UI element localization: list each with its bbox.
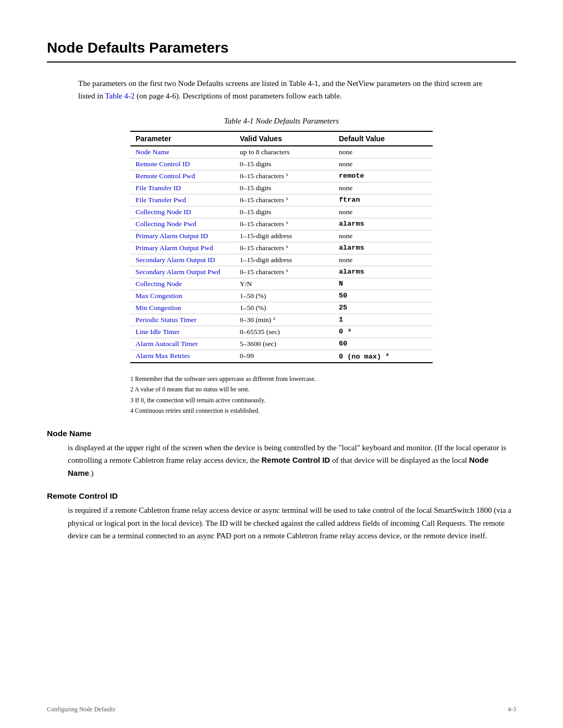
valid-values-cell: 1–50 (%) xyxy=(235,302,334,314)
param-name-cell: Alarm Max Retries xyxy=(130,350,235,363)
valid-values-cell: 5–3600 (sec) xyxy=(235,338,334,350)
param-name-cell: Collecting Node xyxy=(130,278,235,290)
table-row: Alarm Autocall Timer5–3600 (sec)60 xyxy=(130,338,433,350)
footer-right: 4-3 xyxy=(508,706,516,713)
valid-values-cell: 0–15 characters ¹ xyxy=(235,266,334,278)
default-value-cell: none xyxy=(334,146,433,158)
valid-values-cell: 0–30 (min) ² xyxy=(235,314,334,326)
table-row: Periodic Status Timer0–30 (min) ²1 xyxy=(130,314,433,326)
footnote: 2 A value of 0 means that no status will… xyxy=(130,384,433,394)
default-value-cell: alarms xyxy=(334,242,433,254)
param-name-cell: Alarm Autocall Timer xyxy=(130,338,235,350)
default-value-cell: alarms xyxy=(334,266,433,278)
table-row: Remote Control Pwd0–15 characters ¹remot… xyxy=(130,170,433,182)
footnotes: 1 Remember that the software sees upperc… xyxy=(130,374,433,416)
col-header-parameter: Parameter xyxy=(130,131,235,146)
param-name-cell: Primary Alarm Output Pwd xyxy=(130,242,235,254)
table-row: Max Congestion1–50 (%)50 xyxy=(130,290,433,302)
valid-values-cell: 0–15 digits xyxy=(235,206,334,218)
default-value-cell: none xyxy=(334,254,433,266)
table-row: Collecting NodeY/NN xyxy=(130,278,433,290)
valid-values-cell: 0–15 characters ¹ xyxy=(235,170,334,182)
footnote: 3 If 0, the connection will remain activ… xyxy=(130,395,433,405)
table-row: Remote Control ID0–15 digitsnone xyxy=(130,158,433,170)
section-body: is required if a remote Cabletron frame … xyxy=(68,504,516,542)
table-4-2-link[interactable]: Table 4-2 xyxy=(105,92,134,100)
valid-values-cell: 0–15 characters ¹ xyxy=(235,218,334,230)
param-name-cell: Collecting Node ID xyxy=(130,206,235,218)
default-value-cell: remote xyxy=(334,170,433,182)
valid-values-cell: 1–50 (%) xyxy=(235,290,334,302)
valid-values-cell: 1–15-digit address xyxy=(235,254,334,266)
default-value-cell: ftran xyxy=(334,194,433,206)
table-row: Alarm Max Retries0–990 (no max) ⁴ xyxy=(130,350,433,363)
valid-values-cell: 0–15 characters ¹ xyxy=(235,242,334,254)
param-name-cell: Min Congestion xyxy=(130,302,235,314)
valid-values-cell: up to 8 characters xyxy=(235,146,334,158)
param-name-cell: Remote Control Pwd xyxy=(130,170,235,182)
table-row: Secondary Alarm Output Pwd0–15 character… xyxy=(130,266,433,278)
parameters-table: Parameter Valid Values Default Value Nod… xyxy=(130,131,433,363)
section-heading: Remote Control ID xyxy=(47,491,516,501)
valid-values-cell: 1–15-digit address xyxy=(235,230,334,242)
intro-text-after-link: (on page 4-6). Descriptions of most para… xyxy=(134,92,341,100)
table-row: Primary Alarm Output ID1–15-digit addres… xyxy=(130,230,433,242)
table-row: Collecting Node ID0–15 digitsnone xyxy=(130,206,433,218)
table-row: Collecting Node Pwd0–15 characters ¹alar… xyxy=(130,218,433,230)
default-value-cell: 1 xyxy=(334,314,433,326)
table-row: Primary Alarm Output Pwd0–15 characters … xyxy=(130,242,433,254)
valid-values-cell: Y/N xyxy=(235,278,334,290)
default-value-cell: 60 xyxy=(334,338,433,350)
col-header-valid-values: Valid Values xyxy=(235,131,334,146)
param-name-cell: Collecting Node Pwd xyxy=(130,218,235,230)
default-value-cell: N xyxy=(334,278,433,290)
table-row: Secondary Alarm Output ID1–15-digit addr… xyxy=(130,254,433,266)
valid-values-cell: 0–15 digits xyxy=(235,182,334,194)
table-title: Table 4-1 Node Defaults Parameters xyxy=(47,117,516,126)
page-title: Node Defaults Parameters xyxy=(47,31,516,63)
default-value-cell: 0 ³ xyxy=(334,326,433,338)
table-row: File Transfer Pwd0–15 characters ¹ftran xyxy=(130,194,433,206)
intro-paragraph: The parameters on the first two Node Def… xyxy=(78,77,485,102)
param-name-cell: Secondary Alarm Output Pwd xyxy=(130,266,235,278)
valid-values-cell: 0–15 digits xyxy=(235,158,334,170)
footer-left: Configuring Node Defaults xyxy=(47,706,115,713)
default-value-cell: 25 xyxy=(334,302,433,314)
footnote: 4 Continuous retries until connection is… xyxy=(130,405,433,416)
table-row: File Transfer ID0–15 digitsnone xyxy=(130,182,433,194)
table-row: Min Congestion1–50 (%)25 xyxy=(130,302,433,314)
page: Node Defaults Parameters The parameters … xyxy=(0,0,563,728)
default-value-cell: alarms xyxy=(334,218,433,230)
table-row: Line Idle Timer0–65535 (sec)0 ³ xyxy=(130,326,433,338)
default-value-cell: 0 (no max) ⁴ xyxy=(334,350,433,363)
table-row: Node Nameup to 8 charactersnone xyxy=(130,146,433,158)
default-value-cell: none xyxy=(334,158,433,170)
valid-values-cell: 0–99 xyxy=(235,350,334,363)
col-header-default-value: Default Value xyxy=(334,131,433,146)
default-value-cell: 50 xyxy=(334,290,433,302)
param-name-cell: Periodic Status Timer xyxy=(130,314,235,326)
default-value-cell: none xyxy=(334,206,433,218)
param-name-cell: Max Congestion xyxy=(130,290,235,302)
param-name-cell: Secondary Alarm Output ID xyxy=(130,254,235,266)
param-name-cell: Primary Alarm Output ID xyxy=(130,230,235,242)
default-value-cell: none xyxy=(334,182,433,194)
section-body: is displayed at the upper right of the s… xyxy=(68,441,516,480)
footnote: 1 Remember that the software sees upperc… xyxy=(130,374,433,384)
default-value-cell: none xyxy=(334,230,433,242)
valid-values-cell: 0–15 characters ¹ xyxy=(235,194,334,206)
param-name-cell: File Transfer Pwd xyxy=(130,194,235,206)
section-heading: Node Name xyxy=(47,429,516,438)
param-name-cell: Line Idle Timer xyxy=(130,326,235,338)
param-name-cell: File Transfer ID xyxy=(130,182,235,194)
page-footer: Configuring Node Defaults 4-3 xyxy=(47,706,516,713)
param-name-cell: Node Name xyxy=(130,146,235,158)
param-name-cell: Remote Control ID xyxy=(130,158,235,170)
valid-values-cell: 0–65535 (sec) xyxy=(235,326,334,338)
